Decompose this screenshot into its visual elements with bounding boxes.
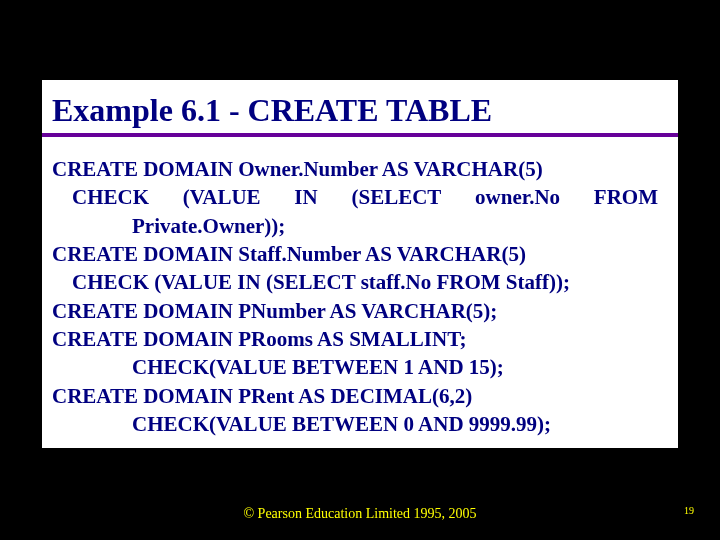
- code-line: CREATE DOMAIN PNumber AS VARCHAR(5);: [52, 297, 668, 325]
- copyright-footer: © Pearson Education Limited 1995, 2005: [0, 506, 720, 522]
- code-line: CREATE DOMAIN Owner.Number AS VARCHAR(5): [52, 155, 668, 183]
- code-token: CHECK: [72, 183, 149, 211]
- code-line: CREATE DOMAIN PRooms AS SMALLINT;: [52, 325, 668, 353]
- code-token: FROM: [594, 183, 658, 211]
- slide-body: CREATE DOMAIN Owner.Number AS VARCHAR(5)…: [42, 141, 678, 448]
- code-line: Private.Owner));: [52, 212, 668, 240]
- code-line: CHECK(VALUE BETWEEN 1 AND 15);: [52, 353, 668, 381]
- code-line: CHECK (VALUE IN (SELECT owner.No FROM: [52, 183, 668, 211]
- code-token: owner.No: [475, 183, 560, 211]
- code-token: (SELECT: [351, 183, 441, 211]
- code-line: CHECK(VALUE BETWEEN 0 AND 9999.99);: [52, 410, 668, 438]
- code-line: CREATE DOMAIN PRent AS DECIMAL(6,2): [52, 382, 668, 410]
- slide-title: Example 6.1 - CREATE TABLE: [42, 80, 678, 137]
- code-token: (VALUE: [183, 183, 261, 211]
- code-line: CHECK (VALUE IN (SELECT staff.No FROM St…: [52, 268, 668, 296]
- content-block: Example 6.1 - CREATE TABLE CREATE DOMAIN…: [42, 80, 678, 448]
- code-token: IN: [294, 183, 317, 211]
- code-line: CREATE DOMAIN Staff.Number AS VARCHAR(5): [52, 240, 668, 268]
- page-number: 19: [684, 505, 694, 516]
- slide-container: Example 6.1 - CREATE TABLE CREATE DOMAIN…: [0, 0, 720, 540]
